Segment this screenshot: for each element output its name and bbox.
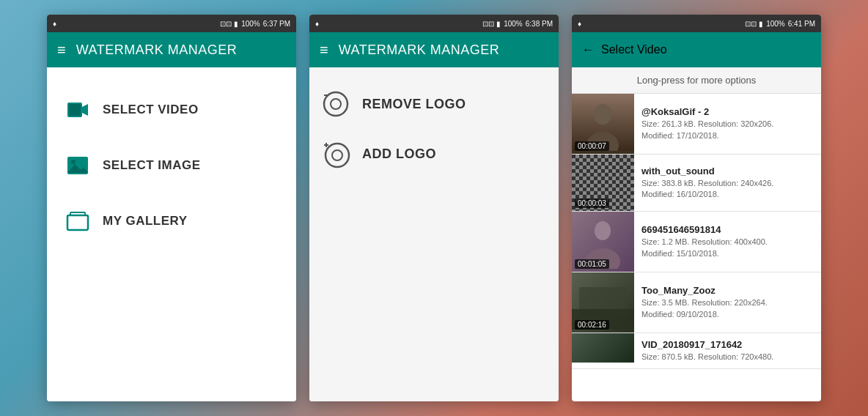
video-info-3: 669451646591814 Size: 1.2 MB. Resolution…: [634, 212, 821, 272]
screen-1: ♦ ⊡⊡ ▮ 100% 6:37 PM ≡ WATERMARK MANAGER …: [47, 15, 296, 401]
app-bar-1: ≡ WATERMARK MANAGER: [47, 32, 296, 67]
time-3: 6:41 PM: [788, 20, 815, 28]
status-right-info: ⊡⊡ ▮ 100% 6:37 PM: [220, 20, 290, 28]
menu-item-select-video[interactable]: SELECT VIDEO: [59, 82, 284, 138]
menu-label-my-gallery: MY GALLERY: [103, 214, 188, 229]
video-duration-3: 00:01:05: [575, 259, 609, 269]
svg-point-10: [326, 144, 349, 167]
svg-marker-1: [82, 104, 88, 116]
video-item-3[interactable]: 00:01:05 669451646591814 Size: 1.2 MB. R…: [572, 212, 821, 272]
video-duration-2: 00:00:03: [575, 198, 609, 208]
remove-circle-icon: [321, 89, 350, 119]
app-bar-2: ≡ WATERMARK MANAGER: [309, 32, 559, 67]
svg-point-8: [331, 99, 341, 109]
app-title-2: WATERMARK MANAGER: [339, 42, 500, 58]
video-icon: [65, 97, 91, 123]
battery-pct: 100%: [241, 20, 260, 28]
video-meta-4: Size: 3.5 MB. Resolution: 220x264. Modif…: [641, 297, 814, 320]
svg-point-4: [71, 160, 76, 164]
video-thumb-3: 00:01:05: [572, 212, 634, 272]
video-name-3: 669451646591814: [641, 224, 814, 235]
video-duration-1: 00:00:07: [575, 141, 609, 151]
screen-2: ♦ ⊡⊡ ▮ 100% 6:38 PM ≡ WATERMARK MANAGER …: [309, 15, 559, 401]
menu-item-my-gallery[interactable]: MY GALLERY: [59, 193, 284, 249]
menu-item-select-image[interactable]: SELECT IMAGE: [59, 138, 284, 193]
video-name-1: @KoksalGif - 2: [641, 106, 814, 117]
gallery-icon: [65, 208, 91, 234]
status-left-icons-3: ♦: [578, 20, 581, 28]
status-bar-2: ♦ ⊡⊡ ▮ 100% 6:38 PM: [309, 15, 559, 32]
add-circle-icon: [321, 139, 350, 168]
video-name-5: VID_20180917_171642: [641, 339, 814, 350]
video-thumb-2: 00:00:03: [572, 155, 634, 211]
menu-icon[interactable]: ≡: [57, 42, 66, 59]
video-thumb-4: 00:02:16: [572, 272, 634, 333]
time-2: 6:38 PM: [526, 20, 553, 28]
status-bar-1: ♦ ⊡⊡ ▮ 100% 6:37 PM: [47, 15, 296, 32]
video-name-2: with_out_sound: [641, 166, 814, 177]
video-name-4: Too_Many_Zooz: [641, 285, 814, 296]
status-right-info-3: ⊡⊡ ▮ 100% 6:41 PM: [745, 20, 815, 28]
action-menu: REMOVE LOGO ADD LOGO: [309, 67, 559, 401]
image-icon: [65, 152, 91, 179]
svg-rect-6: [67, 215, 88, 230]
video-thumb-1: 00:00:07: [572, 94, 634, 154]
video-item-5[interactable]: VID_20180917_171642 Size: 870.5 kB. Reso…: [572, 333, 821, 369]
menu-label-select-image: SELECT IMAGE: [103, 158, 201, 173]
video-info-2: with_out_sound Size: 383.8 kB. Resolutio…: [634, 155, 821, 211]
video-info-1: @KoksalGif - 2 Size: 261.3 kB. Resolutio…: [634, 94, 821, 154]
battery-pct-3: 100%: [766, 20, 785, 28]
video-item-2[interactable]: 00:00:03 with_out_sound Size: 383.8 kB. …: [572, 155, 821, 212]
battery-icons-2: ⊡⊡ ▮: [482, 20, 501, 28]
video-info-5: VID_20180917_171642 Size: 870.5 kB. Reso…: [634, 333, 821, 368]
video-item-4[interactable]: 00:02:16 Too_Many_Zooz Size: 3.5 MB. Res…: [572, 272, 821, 333]
menu-icon-2[interactable]: ≡: [320, 42, 328, 59]
status-left-icons-2: ♦: [315, 20, 319, 28]
signal-icon-3: ♦: [578, 20, 581, 28]
svg-point-15: [594, 104, 611, 125]
action-add-logo[interactable]: ADD LOGO: [321, 139, 547, 168]
back-icon[interactable]: ←: [582, 43, 594, 56]
app-bar-3: ← Select Video: [572, 32, 821, 67]
video-meta-1: Size: 261.3 kB. Resolution: 320x206. Mod…: [641, 119, 814, 141]
action-label-add-logo: ADD LOGO: [362, 146, 436, 162]
svg-rect-2: [69, 104, 81, 116]
signal-icon-2: ♦: [315, 20, 319, 28]
app-title-3: Select Video: [601, 43, 667, 56]
status-bar-3: ♦ ⊡⊡ ▮ 100% 6:41 PM: [572, 15, 821, 32]
video-duration-4: 00:02:16: [575, 320, 609, 330]
main-menu: SELECT VIDEO SELECT IMAGE MY GALLERY: [47, 67, 296, 401]
app-title-1: WATERMARK MANAGER: [76, 42, 238, 58]
svg-point-11: [332, 150, 342, 160]
time: 6:37 PM: [263, 20, 290, 28]
status-left-icons: ♦: [53, 20, 56, 28]
screen-3: ♦ ⊡⊡ ▮ 100% 6:41 PM ← Select Video Long-…: [572, 15, 821, 401]
svg-point-18: [595, 221, 611, 240]
video-item-1[interactable]: 00:00:07 @KoksalGif - 2 Size: 261.3 kB. …: [572, 94, 821, 155]
video-meta-2: Size: 383.8 kB. Resolution: 240x426. Mod…: [641, 178, 814, 201]
video-info-4: Too_Many_Zooz Size: 3.5 MB. Resolution: …: [634, 272, 821, 333]
video-meta-5: Size: 870.5 kB. Resolution: 720x480.: [641, 352, 814, 363]
video-meta-3: Size: 1.2 MB. Resolution: 400x400. Modif…: [641, 237, 814, 259]
hint-text: Long-press for more options: [637, 75, 757, 86]
battery-icons: ⊡⊡ ▮: [220, 20, 238, 28]
menu-label-select-video: SELECT VIDEO: [103, 103, 199, 117]
video-thumb-5: [572, 333, 634, 363]
video-list: 00:00:07 @KoksalGif - 2 Size: 261.3 kB. …: [572, 94, 821, 401]
action-remove-logo[interactable]: REMOVE LOGO: [321, 89, 547, 119]
battery-pct-2: 100%: [504, 20, 523, 28]
signal-icon: ♦: [53, 20, 56, 28]
hint-bar: Long-press for more options: [572, 67, 821, 94]
status-right-info-2: ⊡⊡ ▮ 100% 6:38 PM: [482, 20, 553, 28]
action-label-remove-logo: REMOVE LOGO: [362, 97, 466, 112]
battery-icons-3: ⊡⊡ ▮: [745, 20, 763, 28]
